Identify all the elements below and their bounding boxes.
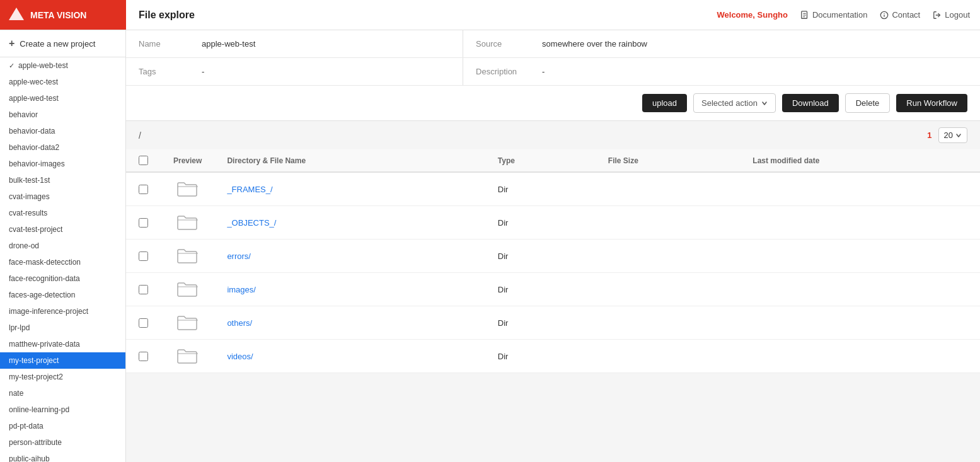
sidebar-item-apple-wed-test[interactable]: apple-wed-test bbox=[0, 90, 125, 107]
sidebar-item-label: nate bbox=[9, 389, 23, 398]
sidebar-item-face-mask-detecction[interactable]: face-mask-detecction bbox=[0, 254, 125, 270]
row-checkbox[interactable] bbox=[139, 318, 148, 328]
sidebar-item-public-aihub[interactable]: public-aihub bbox=[0, 451, 125, 462]
file-type: Dir bbox=[485, 306, 596, 340]
sidebar-item-matthew-private-data[interactable]: matthew-private-data bbox=[0, 336, 125, 352]
sidebar-item-label: apple-web-test bbox=[18, 61, 68, 70]
sidebar-item-apple-wec-test[interactable]: apple-wec-test bbox=[0, 74, 125, 90]
documentation-link[interactable]: Documentation bbox=[800, 10, 867, 20]
name-value: apple-web-test bbox=[189, 30, 463, 58]
svg-marker-0 bbox=[9, 8, 24, 20]
table-row: images/Dir bbox=[126, 273, 980, 306]
sidebar-item-faces-age-detection[interactable]: faces-age-detection bbox=[0, 287, 125, 303]
file-name[interactable]: _OBJECTS_/ bbox=[214, 206, 485, 240]
contact-link[interactable]: Contact bbox=[880, 10, 920, 20]
page-size-value: 20 bbox=[944, 130, 953, 140]
table-row: others/Dir bbox=[126, 306, 980, 340]
file-size bbox=[596, 340, 741, 373]
folder-icon bbox=[176, 313, 199, 333]
sidebar-item-nate[interactable]: nate bbox=[0, 385, 125, 401]
sidebar-item-label: cvat-results bbox=[9, 209, 47, 217]
delete-button[interactable]: Delete bbox=[845, 93, 891, 113]
col-preview-header: Preview bbox=[161, 149, 214, 172]
selected-action-dropdown[interactable]: Selected action bbox=[693, 93, 776, 113]
sidebar-item-label: behavior-data bbox=[9, 127, 55, 136]
file-name[interactable]: images/ bbox=[214, 273, 485, 306]
sidebar-item-face-recognition-data[interactable]: face-recognition-data bbox=[0, 270, 125, 287]
file-type: Dir bbox=[485, 240, 596, 273]
sidebar-item-image-inference-project[interactable]: image-inference-project bbox=[0, 303, 125, 320]
sidebar-item-pd-pt-data[interactable]: pd-pt-data bbox=[0, 418, 125, 434]
sidebar-item-person-attribute[interactable]: person-attribute bbox=[0, 434, 125, 451]
sidebar-item-label: behavior bbox=[9, 110, 38, 119]
file-table-container: Preview Directory & File Name Type File … bbox=[126, 149, 980, 373]
file-name[interactable]: videos/ bbox=[214, 340, 485, 373]
page-size-selector[interactable]: 20 bbox=[938, 127, 967, 143]
sidebar-item-behavior-data2[interactable]: behavior-data2 bbox=[0, 139, 125, 156]
sidebar-item-label: person-attribute bbox=[9, 438, 62, 447]
col-check-header bbox=[126, 149, 161, 172]
folder-icon bbox=[176, 246, 199, 266]
project-list: ✓apple-web-testapple-wec-testapple-wed-t… bbox=[0, 57, 125, 462]
file-size bbox=[596, 172, 741, 206]
tags-label: Tags bbox=[126, 58, 189, 86]
sidebar-item-label: face-mask-detecction bbox=[9, 258, 81, 267]
logout-icon bbox=[933, 11, 942, 20]
contact-icon bbox=[880, 11, 889, 20]
last-modified bbox=[740, 306, 980, 340]
sidebar-item-behavior-data[interactable]: behavior-data bbox=[0, 123, 125, 139]
top-nav: META VISION File explore Welcome, Sungho… bbox=[0, 0, 980, 30]
create-project-button[interactable]: + Create a new project bbox=[0, 30, 125, 57]
sidebar-item-behavior[interactable]: behavior bbox=[0, 107, 125, 123]
plus-icon: + bbox=[9, 38, 14, 49]
download-button[interactable]: Download bbox=[782, 94, 839, 112]
nav-right: Welcome, Sungho Documentation Contact Lo… bbox=[717, 10, 970, 20]
file-size bbox=[596, 206, 741, 240]
sidebar-item-label: behavior-images bbox=[9, 159, 65, 168]
folder-icon bbox=[176, 212, 199, 233]
sidebar-item-cvat-test-project[interactable]: cvat-test-project bbox=[0, 221, 125, 238]
sidebar-item-bulk-test-1st[interactable]: bulk-test-1st bbox=[0, 172, 125, 188]
sidebar-item-drone-od[interactable]: drone-od bbox=[0, 238, 125, 254]
name-label: Name bbox=[126, 30, 189, 58]
row-checkbox[interactable] bbox=[139, 285, 148, 294]
welcome-text: Welcome, Sungho bbox=[717, 10, 788, 20]
sidebar-item-label: cvat-images bbox=[9, 192, 50, 201]
sidebar-item-my-test-project[interactable]: my-test-project bbox=[0, 352, 125, 369]
select-all-checkbox[interactable] bbox=[139, 156, 148, 165]
folder-icon bbox=[176, 179, 199, 199]
last-modified bbox=[740, 273, 980, 306]
last-modified bbox=[740, 240, 980, 273]
toolbar: upload Selected action Download Delete R… bbox=[126, 86, 980, 121]
file-name[interactable]: others/ bbox=[214, 306, 485, 340]
sidebar-item-behavior-images[interactable]: behavior-images bbox=[0, 156, 125, 172]
source-label: Source bbox=[463, 30, 530, 58]
logo-icon bbox=[8, 6, 25, 24]
username[interactable]: Sungho bbox=[758, 10, 788, 20]
file-type: Dir bbox=[485, 273, 596, 306]
file-name[interactable]: _FRAMES_/ bbox=[214, 172, 485, 206]
sidebar-item-apple-web-test[interactable]: ✓apple-web-test bbox=[0, 57, 125, 74]
file-name[interactable]: errors/ bbox=[214, 240, 485, 273]
chevron-down-icon bbox=[761, 100, 768, 107]
last-modified bbox=[740, 206, 980, 240]
row-checkbox[interactable] bbox=[139, 185, 148, 194]
sidebar-item-label: image-inference-project bbox=[9, 307, 88, 316]
row-checkbox[interactable] bbox=[139, 218, 148, 228]
sidebar-item-cvat-results[interactable]: cvat-results bbox=[0, 205, 125, 221]
sidebar-item-label: drone-od bbox=[9, 241, 39, 250]
row-checkbox[interactable] bbox=[139, 352, 148, 361]
sidebar-item-label: apple-wed-test bbox=[9, 94, 59, 103]
row-checkbox[interactable] bbox=[139, 251, 148, 261]
run-workflow-button[interactable]: Run Workflow bbox=[896, 94, 967, 112]
sidebar-item-my-test-project2[interactable]: my-test-project2 bbox=[0, 369, 125, 385]
last-modified bbox=[740, 340, 980, 373]
upload-button[interactable]: upload bbox=[642, 94, 687, 112]
table-row: errors/Dir bbox=[126, 240, 980, 273]
pagination: 1 20 bbox=[927, 127, 967, 143]
col-type-header: Type bbox=[485, 149, 596, 172]
sidebar-item-lpr-lpd[interactable]: lpr-lpd bbox=[0, 320, 125, 336]
sidebar-item-cvat-images[interactable]: cvat-images bbox=[0, 188, 125, 205]
sidebar-item-online-learning-pd[interactable]: online-learning-pd bbox=[0, 401, 125, 418]
logout-link[interactable]: Logout bbox=[933, 10, 970, 20]
